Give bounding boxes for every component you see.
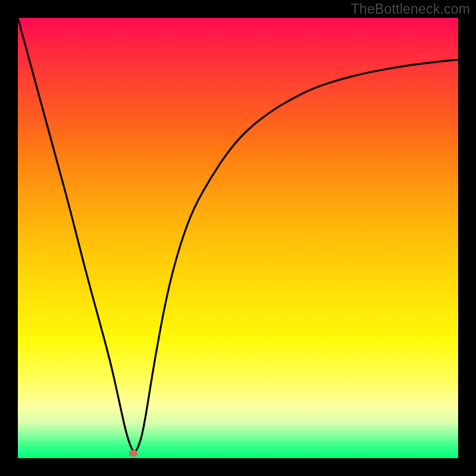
plot-area xyxy=(18,18,458,458)
watermark-label: TheBottleneck.com xyxy=(351,1,470,17)
bottleneck-curve xyxy=(18,18,458,458)
chart-frame: TheBottleneck.com xyxy=(0,0,476,476)
minimum-marker xyxy=(129,450,137,457)
